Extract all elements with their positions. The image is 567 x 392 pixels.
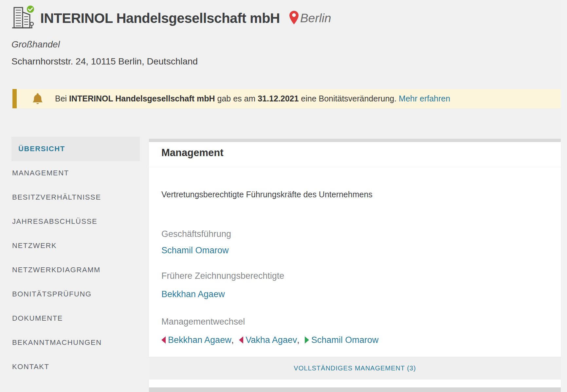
group-heading-fruehere-zeichnungsberechtigte: Frühere Zeichnungsberechtigte: [161, 271, 548, 281]
page-title: INTERINOL Handelsgesellschaft mbH: [40, 10, 280, 26]
management-intro: Vertretungsberechtigte Führungskräfte de…: [161, 189, 548, 199]
verified-badge-icon: [27, 5, 34, 13]
person-link-change-schamil-omarow[interactable]: Schamil Omarow: [311, 335, 379, 345]
company-title-row: INTERINOL Handelsgesellschaft mbH Berlin: [11, 5, 555, 32]
alert-date: 31.12.2021: [258, 94, 299, 103]
more-info-link[interactable]: Mehr erfahren: [399, 94, 450, 103]
group-names-fruehere-zeichnungsberechtigte: Bekkhan Agaew: [161, 289, 548, 299]
group-names-geschaeftsfuehrung: Schamil Omarow: [161, 245, 548, 256]
sidebar-item-kontakt[interactable]: KONTAKT: [11, 355, 140, 379]
sidebar-item-uebersicht[interactable]: ÜBERSICHT: [11, 137, 140, 161]
location-pin-icon: [289, 10, 299, 26]
next-card-top-strip: [149, 387, 561, 392]
separator: ,: [297, 335, 300, 345]
person-link-bekkhan-agaew[interactable]: Bekkhan Agaew: [161, 289, 225, 299]
management-card: Management Vertretungsberechtigte Führun…: [149, 139, 561, 387]
sidebar-item-bekanntmachungen[interactable]: BEKANNTMACHUNGEN: [11, 330, 140, 355]
person-link-change-vakha-agaev[interactable]: Vakha Agaev: [246, 335, 297, 345]
change-out-icon: [161, 336, 166, 344]
scrollbar[interactable]: [561, 0, 567, 392]
card-header: Management: [149, 142, 561, 167]
alert-text: Bei INTERINOL Handelsgesellschaft mbH ga…: [55, 94, 450, 103]
company-header: INTERINOL Handelsgesellschaft mbH Berlin…: [11, 5, 555, 67]
company-address: Scharnhorststr. 24, 10115 Berlin, Deutsc…: [11, 56, 555, 67]
company-profile-page: INTERINOL Handelsgesellschaft mbH Berlin…: [0, 0, 567, 392]
bell-icon: [32, 93, 43, 105]
company-industry: Großhandel: [11, 39, 555, 50]
person-link-schamil-omarow[interactable]: Schamil Omarow: [161, 245, 229, 255]
section-nav-sidebar: ÜBERSICHT MANAGEMENT BESITZVERHÄLTNISSE …: [11, 137, 140, 379]
credit-change-alert-banner: Bei INTERINOL Handelsgesellschaft mbH ga…: [12, 89, 561, 108]
sidebar-item-jahresabschluesse[interactable]: JAHRESABSCHLÜSSE: [11, 209, 140, 234]
sidebar-item-netzwerk[interactable]: NETZWERK: [11, 234, 140, 258]
change-out-icon: [239, 336, 243, 344]
sidebar-item-netzwerkdiagramm[interactable]: NETZWERKDIAGRAMM: [11, 258, 140, 282]
change-in-icon: [305, 336, 309, 344]
person-link-change-bekkhan-agaew[interactable]: Bekkhan Agaew: [168, 335, 231, 345]
company-city: Berlin: [300, 11, 331, 25]
sidebar-item-bonitaetspruefung[interactable]: BONITÄTSPRÜFUNG: [11, 282, 140, 306]
card-title: Management: [161, 147, 548, 159]
full-management-button[interactable]: VOLLSTÄNDIGES MANAGEMENT (3): [294, 365, 416, 372]
group-heading-geschaeftsfuehrung: Geschäftsführung: [161, 229, 548, 239]
card-body: Vertretungsberechtigte Führungskräfte de…: [149, 189, 561, 345]
sidebar-item-besitzverhaeltnisse[interactable]: BESITZVERHÄLTNISSE: [11, 185, 140, 209]
company-building-icon: [11, 5, 35, 32]
management-changes-row: Bekkhan Agaew , Vakha Agaev , Schamil Om…: [161, 335, 548, 345]
card-top-strip: [149, 139, 561, 142]
alert-company-name: INTERINOL Handelsgesellschaft mbH: [69, 94, 215, 103]
sidebar-item-management[interactable]: MANAGEMENT: [11, 161, 140, 185]
sidebar-item-dokumente[interactable]: DOKUMENTE: [11, 306, 140, 330]
group-heading-managementwechsel: Managementwechsel: [161, 316, 548, 327]
separator: ,: [231, 335, 234, 345]
card-footer-bar: VOLLSTÄNDIGES MANAGEMENT (3): [149, 357, 561, 380]
